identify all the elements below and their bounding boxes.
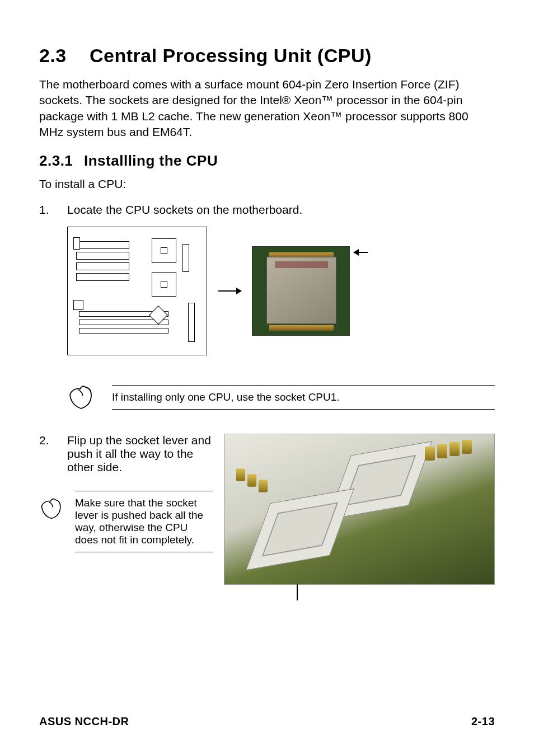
- step-text: Locate the CPU sockets on the motherboar…: [67, 203, 302, 217]
- install-intro: To install a CPU:: [39, 177, 495, 191]
- step-text: Flip up the socket lever and push it all…: [67, 434, 213, 474]
- chip-icon: [73, 300, 83, 310]
- page-footer: ASUS NCCH-DR 2-13: [39, 715, 495, 728]
- intro-paragraph: The motherboard comes with a surface mou…: [39, 77, 495, 140]
- step-number: 2.: [39, 434, 67, 474]
- note-text: Make sure that the socket lever is pushe…: [75, 497, 213, 546]
- note-text: If installing only one CPU, use the sock…: [112, 391, 495, 403]
- motherboard-diagram: [67, 227, 207, 355]
- ram-slot-icon: [76, 262, 129, 270]
- step-1: 1. Locate the CPU sockets on the motherb…: [39, 203, 495, 217]
- cpu-photo: [252, 246, 350, 336]
- connector-icon: [182, 244, 189, 272]
- cpu-socket-icon: [152, 272, 176, 297]
- ram-slot-icon: [76, 252, 129, 260]
- subsection-heading: 2.3.1Installling the CPU: [39, 152, 495, 170]
- footer-left: ASUS NCCH-DR: [39, 715, 129, 728]
- section-heading: 2.3Central Processing Unit (CPU): [39, 45, 495, 67]
- note-1: If installing only one CPU, use the sock…: [67, 383, 495, 411]
- arrow-left-icon: [354, 252, 368, 253]
- pointer-line-icon: [297, 584, 298, 600]
- socket-photo: [224, 434, 495, 585]
- pci-slot-icon: [79, 328, 168, 334]
- note-hand-icon: [67, 383, 95, 411]
- cpu-socket-icon: [152, 238, 176, 263]
- ram-slot-icon: [76, 241, 129, 249]
- subsection-title: Installling the CPU: [84, 152, 218, 169]
- io-port-icon: [73, 237, 80, 250]
- note-2: Make sure that the socket lever is pushe…: [39, 491, 213, 552]
- diagram-row: [67, 227, 495, 355]
- section-title: Central Processing Unit (CPU): [90, 45, 372, 66]
- arrow-right-icon: [218, 290, 241, 292]
- note-hand-icon: [39, 496, 64, 521]
- step-2: 2. Flip up the socket lever and push it …: [39, 434, 213, 474]
- ram-slot-icon: [76, 273, 129, 281]
- step-number: 1.: [39, 203, 67, 217]
- footer-right: 2-13: [471, 715, 495, 728]
- subsection-number: 2.3.1: [39, 152, 84, 170]
- section-number: 2.3: [39, 45, 90, 67]
- connector-icon: [188, 303, 195, 342]
